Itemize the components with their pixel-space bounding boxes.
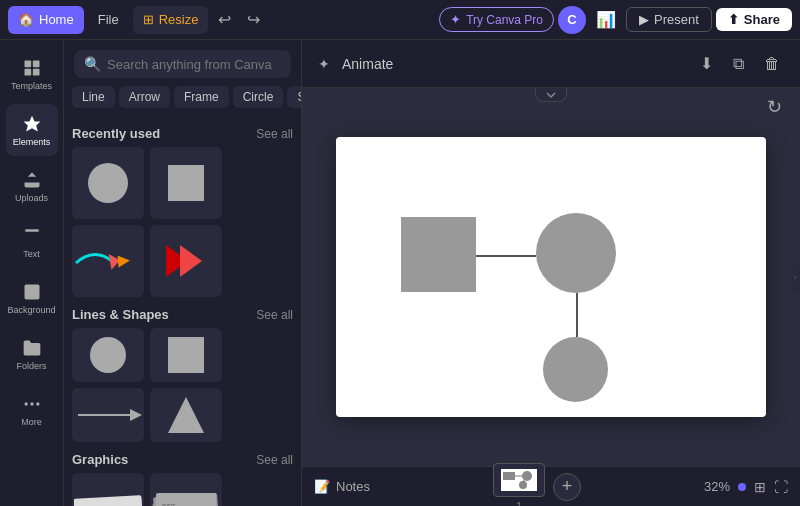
graphic-paper-thumb[interactable] <box>72 473 144 506</box>
diagram-line-vertical <box>576 293 578 337</box>
present-button[interactable]: ▶ Present <box>626 7 712 32</box>
graphics-header: Graphics See all <box>72 452 293 467</box>
svg-rect-17 <box>168 337 204 373</box>
zoom-dot[interactable] <box>738 483 746 491</box>
topbar: 🏠 Home File ⊞ Resize ↩ ↪ ✦ Try Canva Pro… <box>0 0 800 40</box>
sidebar-item-templates[interactable]: Templates <box>6 48 58 100</box>
recently-used-square[interactable] <box>150 147 222 219</box>
diagram-square[interactable] <box>401 217 476 292</box>
lines-shapes-title: Lines & Shapes <box>72 307 169 322</box>
recently-used-chevron[interactable] <box>150 225 222 297</box>
svg-point-54 <box>519 481 527 489</box>
right-edge-handle[interactable]: › <box>790 262 800 292</box>
sidebar-label-background: Background <box>7 305 55 315</box>
recently-used-grid <box>72 147 293 297</box>
grid-view-button[interactable]: ⊞ <box>754 479 766 495</box>
lines-shapes-grid <box>72 328 293 442</box>
try-pro-button[interactable]: ✦ Try Canva Pro <box>439 7 554 32</box>
sidebar-item-more[interactable]: More <box>6 384 58 436</box>
sidebar-label-folders: Folders <box>16 361 46 371</box>
fullscreen-button[interactable]: ⛶ <box>774 479 788 495</box>
resize-icon: ⊞ <box>143 12 154 27</box>
svg-point-8 <box>30 402 33 405</box>
lines-line-thumb[interactable] <box>72 388 144 442</box>
diagram-circle-sub[interactable] <box>543 337 608 402</box>
animate-label[interactable]: Animate <box>342 56 393 72</box>
redo-button[interactable]: ↪ <box>241 10 266 29</box>
page-1-thumb[interactable]: 1 <box>493 463 545 497</box>
undo-button[interactable]: ↩ <box>212 10 237 29</box>
shape-filters: Line Arrow Frame Circle Square › <box>64 86 301 116</box>
delete-icon-btn[interactable]: 🗑 <box>760 51 784 77</box>
left-panel: 🔍 Line Arrow Frame Circle Square › Recen… <box>64 40 302 506</box>
canvas-toolbar: ✦ Animate ⬇ ⧉ 🗑 <box>302 40 800 88</box>
search-input-wrap[interactable]: 🔍 <box>74 50 291 78</box>
svg-point-16 <box>90 337 126 373</box>
svg-point-53 <box>522 471 532 481</box>
file-button[interactable]: File <box>88 6 129 34</box>
svg-marker-20 <box>168 397 204 433</box>
sidebar-nav: Templates Elements Uploads Text Backgrou… <box>0 40 64 506</box>
svg-text:$$$: $$$ <box>162 502 176 506</box>
filter-frame[interactable]: Frame <box>174 86 229 108</box>
canvas-area: ✦ Animate ⬇ ⧉ 🗑 ↻ › <box>302 40 800 506</box>
bottom-bar: 📝 Notes 1 <box>302 466 800 506</box>
analytics-button[interactable]: 📊 <box>590 10 622 29</box>
avatar[interactable]: C <box>558 6 586 34</box>
lines-square-thumb[interactable] <box>150 328 222 382</box>
recently-used-circle[interactable] <box>72 147 144 219</box>
filter-square[interactable]: Square <box>287 86 301 108</box>
present-icon: ▶ <box>639 12 649 27</box>
svg-rect-11 <box>168 165 204 201</box>
svg-rect-52 <box>503 472 515 480</box>
diagram-circle-main[interactable] <box>536 213 616 293</box>
filter-circle[interactable]: Circle <box>233 86 284 108</box>
svg-marker-15 <box>180 245 202 277</box>
recently-used-header: Recently used See all <box>72 126 293 141</box>
lines-shapes-see-all[interactable]: See all <box>256 308 293 322</box>
sidebar-item-text[interactable]: Text <box>6 216 58 268</box>
filter-line[interactable]: Line <box>72 86 115 108</box>
add-page-button[interactable]: + <box>553 473 581 501</box>
filter-arrow[interactable]: Arrow <box>119 86 170 108</box>
svg-point-7 <box>24 402 27 405</box>
share-button[interactable]: ⬆ Share <box>716 8 792 31</box>
panel-content: Recently used See all <box>64 116 301 506</box>
svg-rect-1 <box>32 60 39 67</box>
graphics-see-all[interactable]: See all <box>256 453 293 467</box>
lines-triangle-thumb[interactable] <box>150 388 222 442</box>
svg-marker-4 <box>23 115 40 131</box>
share-icon: ⬆ <box>728 12 739 27</box>
collapse-handle[interactable] <box>535 88 567 102</box>
home-button[interactable]: 🏠 Home <box>8 6 84 34</box>
canvas-scroll[interactable]: ↻ › <box>302 88 800 466</box>
svg-marker-19 <box>130 409 142 421</box>
sidebar-item-folders[interactable]: Folders <box>6 328 58 380</box>
sidebar-item-uploads[interactable]: Uploads <box>6 160 58 212</box>
resize-button[interactable]: ⊞ Resize <box>133 6 209 34</box>
zoom-percentage[interactable]: 32% <box>704 479 730 494</box>
search-bar: 🔍 <box>64 40 301 86</box>
refresh-button[interactable]: ↻ <box>767 96 782 118</box>
sidebar-label-templates: Templates <box>11 81 52 91</box>
lines-shapes-header: Lines & Shapes See all <box>72 307 293 322</box>
notes-button[interactable]: 📝 Notes <box>314 479 370 494</box>
recently-used-arrow[interactable] <box>72 225 144 297</box>
canvas-page <box>336 137 766 417</box>
sidebar-item-elements[interactable]: Elements <box>6 104 58 156</box>
sidebar-label-more: More <box>21 417 42 427</box>
bottom-center: 1 + <box>370 463 704 507</box>
diagram-line-horizontal <box>476 255 536 257</box>
svg-rect-0 <box>24 60 31 67</box>
search-input[interactable] <box>107 57 281 72</box>
svg-rect-3 <box>32 68 39 75</box>
sidebar-item-background[interactable]: Background <box>6 272 58 324</box>
recently-used-title: Recently used <box>72 126 160 141</box>
recently-used-see-all[interactable]: See all <box>256 127 293 141</box>
svg-rect-22 <box>74 495 142 506</box>
lines-circle-thumb[interactable] <box>72 328 144 382</box>
animate-icon: ✦ <box>318 56 330 72</box>
copy-icon-btn[interactable]: ⧉ <box>729 51 748 77</box>
graphic-money-thumb[interactable]: $$$ <box>150 473 222 506</box>
download-icon-btn[interactable]: ⬇ <box>696 50 717 77</box>
